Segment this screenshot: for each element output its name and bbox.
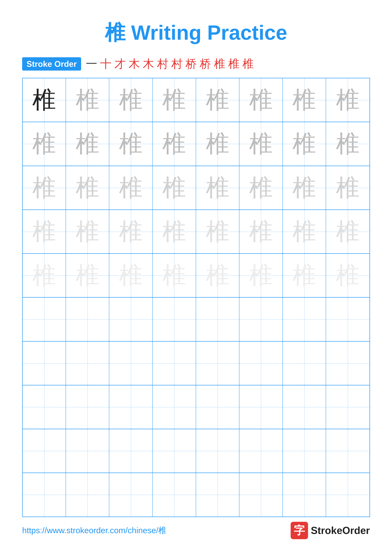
stroke-4: 木 [128, 56, 140, 72]
grid-cell[interactable]: 椎 [153, 210, 196, 253]
grid-cell[interactable]: 椎 [109, 210, 153, 253]
grid-cell[interactable]: 椎 [326, 254, 369, 297]
practice-char: 椎 [249, 176, 273, 200]
grid-cell[interactable] [196, 473, 239, 516]
grid-cell[interactable] [326, 298, 369, 341]
grid-cell[interactable] [153, 473, 196, 516]
grid-row-10 [23, 473, 370, 516]
grid-cell[interactable]: 椎 [23, 254, 66, 297]
grid-cell[interactable]: 椎 [283, 254, 326, 297]
grid-cell[interactable] [196, 298, 239, 341]
grid-cell[interactable] [326, 429, 369, 473]
grid-cell[interactable]: 椎 [66, 166, 109, 210]
grid-cell[interactable] [109, 473, 153, 516]
grid-cell[interactable]: 椎 [326, 166, 369, 210]
grid-cell[interactable]: 椎 [153, 166, 196, 210]
practice-char: 椎 [206, 263, 229, 287]
grid-cell[interactable] [283, 385, 326, 429]
practice-char: 椎 [119, 132, 143, 156]
grid-cell[interactable] [66, 385, 109, 429]
footer: https://www.strokeorder.com/chinese/椎 字 … [22, 522, 370, 539]
grid-cell[interactable] [196, 429, 239, 473]
grid-cell[interactable]: 椎 [66, 78, 109, 122]
grid-cell[interactable] [283, 473, 326, 516]
grid-cell[interactable]: 椎 [283, 210, 326, 253]
grid-cell[interactable]: 椎 [109, 254, 153, 297]
grid-cell[interactable] [109, 385, 153, 429]
grid-cell[interactable] [153, 342, 196, 385]
grid-cell[interactable] [23, 342, 66, 385]
grid-cell[interactable]: 椎 [196, 122, 239, 166]
grid-cell[interactable] [239, 385, 283, 429]
footer-logo: 字 StrokeOrder [291, 522, 370, 539]
practice-char: 椎 [292, 88, 316, 112]
grid-cell[interactable]: 椎 [196, 78, 239, 122]
strokeorder-logo-text: StrokeOrder [311, 525, 370, 536]
grid-cell[interactable] [283, 342, 326, 385]
grid-cell[interactable] [283, 429, 326, 473]
grid-cell[interactable] [239, 429, 283, 473]
grid-cell[interactable] [326, 342, 369, 385]
grid-cell[interactable]: 椎 [283, 122, 326, 166]
grid-cell[interactable]: 椎 [239, 254, 283, 297]
grid-cell[interactable] [23, 429, 66, 473]
grid-cell[interactable]: 椎 [239, 210, 283, 253]
grid-cell[interactable]: 椎 [109, 122, 153, 166]
practice-char: 椎 [76, 220, 99, 243]
grid-cell[interactable]: 椎 [66, 210, 109, 253]
grid-cell[interactable]: 椎 [66, 254, 109, 297]
grid-cell[interactable]: 椎 [196, 210, 239, 253]
grid-cell[interactable]: 椎 [239, 166, 283, 210]
stroke-11: 椎 [228, 56, 240, 72]
grid-cell[interactable] [239, 298, 283, 341]
practice-char: 椎 [292, 263, 316, 287]
grid-cell[interactable]: 椎 [109, 78, 153, 122]
grid-cell[interactable] [109, 342, 153, 385]
grid-cell[interactable] [66, 473, 109, 516]
footer-url[interactable]: https://www.strokeorder.com/chinese/椎 [22, 525, 166, 536]
grid-cell[interactable]: 椎 [23, 122, 66, 166]
grid-cell[interactable] [153, 429, 196, 473]
grid-cell[interactable]: 椎 [66, 122, 109, 166]
grid-cell[interactable] [196, 342, 239, 385]
grid-cell[interactable]: 椎 [109, 166, 153, 210]
grid-cell[interactable] [239, 342, 283, 385]
grid-cell[interactable]: 椎 [283, 78, 326, 122]
grid-cell[interactable] [196, 385, 239, 429]
grid-cell[interactable]: 椎 [196, 254, 239, 297]
grid-cell[interactable]: 椎 [196, 166, 239, 210]
practice-char: 椎 [162, 88, 186, 112]
grid-cell[interactable] [239, 473, 283, 516]
grid-cell[interactable] [109, 429, 153, 473]
grid-cell[interactable] [326, 385, 369, 429]
practice-char: 椎 [206, 132, 229, 156]
grid-cell[interactable] [66, 342, 109, 385]
stroke-order-chars: 一 十 才 木 木 村 村 桥 桥 椎 椎 椎 [86, 56, 254, 72]
grid-cell[interactable]: 椎 [283, 166, 326, 210]
grid-cell[interactable] [109, 298, 153, 341]
grid-cell[interactable] [66, 298, 109, 341]
grid-row-9 [23, 429, 370, 473]
grid-cell[interactable] [153, 298, 196, 341]
grid-cell[interactable] [283, 298, 326, 341]
grid-cell[interactable] [66, 429, 109, 473]
grid-cell[interactable]: 椎 [23, 78, 66, 122]
grid-cell[interactable] [23, 298, 66, 341]
grid-cell[interactable]: 椎 [23, 166, 66, 210]
grid-cell[interactable]: 椎 [326, 210, 369, 253]
practice-char: 椎 [162, 220, 186, 243]
grid-cell[interactable]: 椎 [326, 78, 369, 122]
grid-cell[interactable]: 椎 [239, 122, 283, 166]
grid-cell[interactable]: 椎 [153, 78, 196, 122]
grid-cell[interactable]: 椎 [153, 254, 196, 297]
grid-cell[interactable]: 椎 [23, 210, 66, 253]
grid-cell[interactable] [153, 385, 196, 429]
grid-row-3: 椎 椎 椎 椎 椎 椎 椎 椎 [23, 166, 370, 210]
grid-cell[interactable] [23, 473, 66, 516]
grid-cell[interactable]: 椎 [326, 122, 369, 166]
grid-cell[interactable]: 椎 [239, 78, 283, 122]
grid-cell[interactable]: 椎 [153, 122, 196, 166]
practice-char: 椎 [119, 176, 143, 200]
grid-cell[interactable] [23, 385, 66, 429]
grid-cell[interactable] [326, 473, 369, 516]
